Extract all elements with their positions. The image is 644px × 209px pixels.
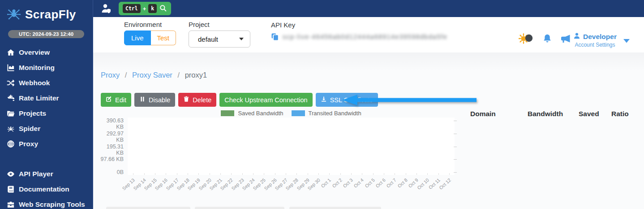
sidebar-item-label: Documentation [19,185,69,193]
breadcrumb-proxy[interactable]: Proxy [101,71,120,79]
axis-tick [395,173,395,175]
axis-tick [296,173,297,175]
axis-tick [373,173,374,175]
scrapfly-dashboard: ScrapFly UTC: 2024-09-23 12:40 Overview … [0,0,644,209]
top-bar: Ctrl + k [93,0,644,17]
bell-icon[interactable] [542,33,552,46]
account-settings-link[interactable]: Account Settings [573,42,617,48]
sidebar-item-overview[interactable]: Overview [0,45,93,60]
project-group: Project default [189,21,250,48]
plus-separator: + [143,5,146,12]
domain-table-header-row: Domain Bandwidth Saved Ratio [470,110,638,118]
axis-tick [340,173,341,175]
axis-tick [318,173,319,175]
copy-icon[interactable] [271,33,279,41]
chart-legend: Saved Bandwidth Transited Bandwidth [128,110,455,117]
book-icon [7,185,15,193]
project-select[interactable]: default [189,30,250,48]
axis-tick [449,173,450,175]
saved-bandwidth-swatch [221,110,234,116]
account-menu[interactable]: Developer Account Settings [573,32,617,48]
axis-tick [231,173,232,175]
environment-group: Environment Live Test [124,21,176,45]
sidebar-item-web-scraping-tools[interactable]: Web Scraping Tools [0,197,93,209]
sidebar-item-projects[interactable]: Projects [0,106,93,121]
sidebar: ScrapFly UTC: 2024-09-23 12:40 Overview … [0,0,93,209]
check-upstream-connection-button[interactable]: Check Upstream Connection [219,93,312,107]
axis-tick [329,173,330,175]
axis-tick [406,173,406,175]
main-content: Proxy / Proxy Saver / proxy1 Edit Disabl… [93,52,644,209]
sidebar-item-rate-limiter[interactable]: Rate Limiter [0,91,93,106]
disable-button[interactable]: Disable [134,93,175,107]
legend-label: Saved Bandwidth [238,110,283,117]
y-tick-label: 0B [98,169,124,175]
logo-text: ScrapFly [25,8,76,22]
sidebar-item-api-player[interactable]: API Player [0,166,93,182]
spider-icon [7,125,15,133]
environment-test-button[interactable]: Test [151,30,176,45]
axis-tick [253,173,253,175]
account-chevron-down-icon[interactable] [623,37,630,41]
delete-button[interactable]: Delete [178,93,216,107]
spider-logo-icon [6,6,21,23]
axis-tick [286,173,286,175]
sidebar-item-label: Rate Limiter [19,94,59,102]
axis-tick [133,173,133,175]
bandwidth-chart-plot-area [128,118,455,175]
y-tick-label: 97.66 KB [98,156,124,162]
sidebar-item-proxy[interactable]: Proxy [0,136,93,152]
legend-label: Transited Bandwidth [309,110,361,117]
axis-tick [454,134,457,134]
sidebar-item-documentation[interactable]: Documentation [0,182,93,197]
y-tick-label: 292.97 KB [98,131,124,143]
ctrl-key: Ctrl [123,4,141,13]
axis-tick [384,173,384,175]
theme-toggle-icon[interactable] [519,33,535,46]
home-icon [7,48,15,57]
sidebar-item-spider[interactable]: Spider [0,121,93,136]
environment-label: Environment [124,21,176,28]
logo[interactable]: ScrapFly [0,0,93,23]
pause-icon [139,96,146,104]
axis-tick [210,173,210,175]
axis-tick [198,173,199,175]
download-icon [321,96,327,104]
search-icon [159,4,167,13]
edit-icon [106,96,112,104]
environment-live-button[interactable]: Live [124,30,151,45]
card-top-edge [195,207,284,209]
axis-tick [155,173,155,175]
axis-tick [144,173,145,175]
k-key: k [148,4,157,13]
breadcrumb: Proxy / Proxy Saver / proxy1 [101,71,207,79]
table-header-bandwidth: Bandwidth [528,110,579,118]
megaphone-icon[interactable] [560,33,571,46]
trash-icon [183,96,189,104]
sidebar-item-label: Spider [19,125,40,133]
person-icon [573,32,580,41]
sidebar-item-monitoring[interactable]: Monitoring [0,60,93,75]
sidebar-item-webhook[interactable]: Webhook [0,75,93,91]
user-shield-icon[interactable] [101,3,112,14]
table-header-domain: Domain [470,110,528,118]
axis-tick [275,173,275,175]
axis-tick [362,173,362,175]
sidebar-nav-main: Overview Monitoring Webhook Rate Limiter… [0,45,93,152]
search-shortcut-button[interactable]: Ctrl + k [119,2,171,15]
axis-tick [220,173,221,175]
project-selected-value: default [198,35,218,43]
axis-tick [454,147,457,147]
axis-tick [242,173,243,175]
header-icons [519,33,571,46]
sidebar-item-label: Webhook [19,79,50,87]
axis-tick [351,173,352,175]
breadcrumb-proxy-saver[interactable]: Proxy Saver [132,71,172,79]
breadcrumb-separator: / [125,71,127,79]
axis-tick [454,159,457,160]
edit-button[interactable]: Edit [101,93,131,107]
axis-tick [188,173,188,175]
card-top-edge [289,207,381,209]
y-tick-label: 195.31 KB [98,144,124,156]
toolbox-icon [7,200,15,209]
